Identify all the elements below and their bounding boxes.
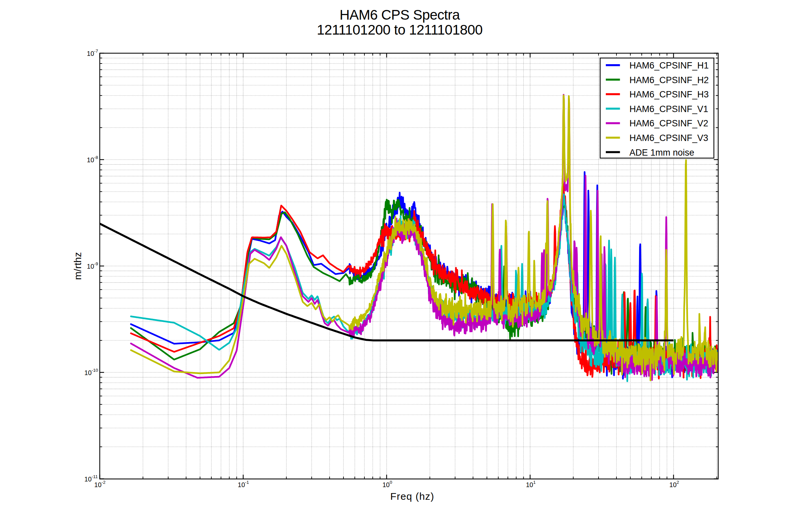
svg-text:HAM6 CPS Spectra: HAM6 CPS Spectra [340, 7, 460, 23]
svg-text:Freq (hz): Freq (hz) [391, 491, 435, 502]
svg-text:1211101200 to 1211101800: 1211101200 to 1211101800 [317, 22, 483, 38]
svg-text:HAM6_CPSINF_H3: HAM6_CPSINF_H3 [629, 90, 709, 99]
svg-text:HAM6_CPSINF_V3: HAM6_CPSINF_V3 [629, 133, 708, 143]
svg-text:HAM6_CPSINF_H2: HAM6_CPSINF_H2 [629, 75, 709, 85]
svg-text:ADE 1mm noise: ADE 1mm noise [629, 148, 694, 158]
svg-text:m/rthz: m/rthz [72, 252, 83, 280]
svg-text:HAM6_CPSINF_V1: HAM6_CPSINF_V1 [629, 104, 708, 114]
svg-text:HAM6_CPSINF_V2: HAM6_CPSINF_V2 [629, 118, 708, 128]
svg-text:HAM6_CPSINF_H1: HAM6_CPSINF_H1 [629, 60, 709, 71]
